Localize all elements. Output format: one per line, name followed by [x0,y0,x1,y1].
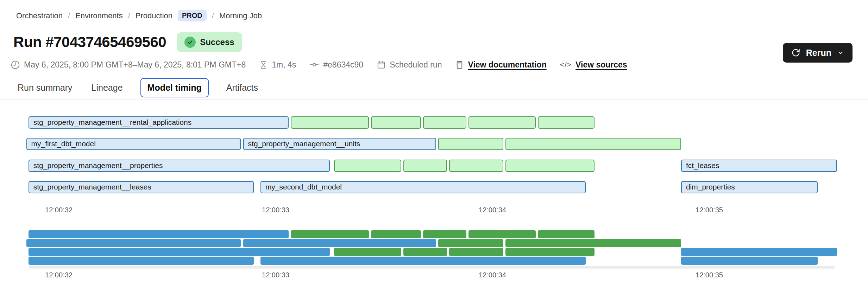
minimap-bar-green[interactable] [538,230,594,238]
gantt-bar-label: my_first_dbt_model [27,139,240,149]
page-title: Run #70437465469560 [13,34,166,51]
gantt-bar-my-second-dbt-model[interactable]: my_second_dbt_model [260,181,586,193]
axis-tick-label: 12:00:34 [479,271,506,279]
gantt-bar-label: my_second_dbt_model [261,182,585,192]
minimap-bar-blue[interactable] [681,257,818,265]
gantt-bar-label: fct_leases [682,160,837,171]
tab-model-timing[interactable]: Model timing [140,78,209,97]
minimap-bar-green[interactable] [423,230,466,238]
gantt-bar-green[interactable] [438,138,503,150]
minimap-bar-green[interactable] [438,239,503,247]
gantt-bar-label: stg_property_management__units [244,139,435,149]
minimap-bar-blue[interactable] [29,230,289,238]
minimap-bar-green[interactable] [505,248,595,256]
breadcrumb-separator: / [128,11,130,20]
minimap-bar-green[interactable] [291,230,369,238]
run-trigger-text: Scheduled run [390,60,442,70]
gantt-bar-my-first-dbt-model[interactable]: my_first_dbt_model [26,138,241,150]
chevron-down-icon[interactable] [837,49,844,56]
gantt-bar-stg-property-management-properties[interactable]: stg_property_management__properties [29,160,330,172]
axis-tick-label: 12:00:34 [479,206,506,214]
gantt-bar-green[interactable] [505,138,681,150]
gantt-bar-green[interactable] [468,116,536,129]
axis-tick-label: 12:00:32 [45,271,73,279]
rerun-button-label: Rerun [806,48,831,58]
gantt-bar-label: stg_property_management__rental_applicat… [29,117,288,128]
axis-tick-label: 12:00:32 [45,206,73,214]
axis-tick-label: 12:00:35 [696,206,723,214]
breadcrumb-environments[interactable]: Environments [75,11,123,20]
run-duration-text: 1m, 4s [272,60,296,70]
tab-artifacts[interactable]: Artifacts [225,78,259,97]
clock-icon [11,60,20,70]
breadcrumb-separator: / [212,11,214,20]
gantt-bar-stg-property-management-leases[interactable]: stg_property_management__leases [29,181,254,193]
gantt-bar-label: stg_property_management__properties [29,160,329,171]
gantt-bar-label: dim_properties [682,182,817,192]
hourglass-icon [259,60,268,69]
gantt-bar-stg-property-management-units[interactable]: stg_property_management__units [243,138,436,150]
environment-badge: PROD [178,10,207,21]
breadcrumb-morning-job[interactable]: Morning Job [219,11,262,20]
axis-tick-label: 12:00:33 [262,206,289,214]
view-sources-link[interactable]: </> View sources [560,60,627,70]
view-documentation-text[interactable]: View documentation [468,60,546,70]
minimap-bar-blue[interactable] [26,239,241,247]
model-timing-chart: stg_property_management__rental_applicat… [0,99,868,215]
gantt-bar-green[interactable] [423,116,466,129]
status-badge-label: Success [200,37,234,47]
commit-hash: #e8634c90 [309,60,363,70]
code-icon: </> [560,60,572,69]
run-time-range: May 6, 2025, 8:00 PM GMT+8–May 6, 2025, … [11,60,246,70]
gantt-bar-green[interactable] [334,160,401,172]
calendar-icon [377,60,386,69]
breadcrumb-separator: / [68,11,70,20]
gantt-bar-fct-leases[interactable]: fct_leases [681,160,837,172]
breadcrumb: Orchestration / Environments / Productio… [16,10,262,21]
gantt-bar-green[interactable] [291,116,369,129]
minimap-bar-blue[interactable] [243,239,436,247]
minimap-bar-green[interactable] [371,230,421,238]
gantt-bar-stg-property-management-rental-applications[interactable]: stg_property_management__rental_applicat… [29,116,289,129]
commit-icon [309,60,319,70]
run-trigger: Scheduled run [377,60,442,70]
gantt-bar-green[interactable] [371,116,421,129]
view-sources-text[interactable]: View sources [575,60,627,70]
axis-tick-label: 12:00:35 [696,271,723,279]
minimap-scrollbar-track[interactable] [29,266,835,269]
minimap-bar-blue[interactable] [29,248,330,256]
run-meta-row: May 6, 2025, 8:00 PM GMT+8–May 6, 2025, … [11,60,627,70]
minimap-bar-green[interactable] [449,248,503,256]
gantt-bar-green[interactable] [538,116,594,129]
minimap-bar-green[interactable] [334,248,401,256]
breadcrumb-orchestration[interactable]: Orchestration [16,11,63,20]
gantt-bar-green[interactable] [449,160,503,172]
minimap-bar-green[interactable] [403,248,447,256]
view-documentation-link[interactable]: View documentation [455,60,546,70]
run-tabs: Run summaryLineageModel timingArtifacts [16,77,259,98]
run-duration: 1m, 4s [259,60,296,70]
title-row: Run #70437465469560 Success [13,32,242,52]
breadcrumb-production[interactable]: Production [136,11,172,20]
axis-tick-label: 12:00:33 [262,271,289,279]
tab-lineage[interactable]: Lineage [90,78,124,97]
gantt-bar-dim-properties[interactable]: dim_properties [681,181,818,193]
run-detail-page: Orchestration / Environments / Productio… [0,0,868,296]
model-timing-minimap[interactable]: 12:00:3212:00:3312:00:3412:00:35 [0,215,868,286]
minimap-bar-green[interactable] [505,239,681,247]
status-badge: Success [177,32,242,52]
gantt-bar-green[interactable] [505,160,595,172]
minimap-bar-blue[interactable] [29,257,254,265]
documentation-icon [455,60,464,69]
gantt-bar-green[interactable] [403,160,447,172]
rerun-button[interactable]: Rerun [783,43,853,63]
minimap-bar-blue[interactable] [260,257,586,265]
tab-run-summary[interactable]: Run summary [16,78,74,97]
commit-hash-text[interactable]: #e8634c90 [323,60,363,70]
refresh-icon [791,48,800,57]
minimap-bar-green[interactable] [468,230,536,238]
run-time-range-text: May 6, 2025, 8:00 PM GMT+8–May 6, 2025, … [24,60,246,70]
minimap-bar-blue[interactable] [681,248,837,256]
success-check-icon [184,37,196,48]
gantt-bar-label: stg_property_management__leases [29,182,253,192]
